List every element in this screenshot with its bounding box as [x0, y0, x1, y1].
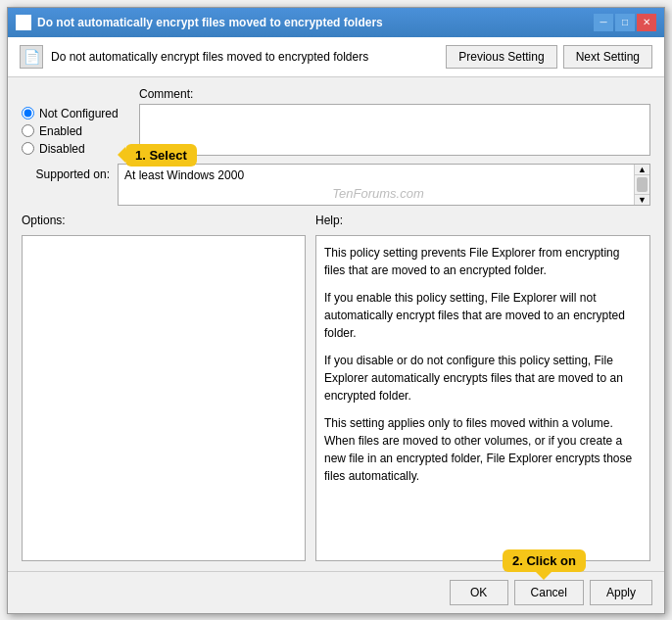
options-panel	[22, 235, 306, 561]
comment-textarea[interactable]	[139, 104, 650, 156]
supported-label: Supported on:	[22, 164, 110, 181]
help-text-p4: This setting applies only to files moved…	[324, 414, 642, 485]
radio-group: Not Configured Enabled Disabled	[22, 87, 129, 156]
previous-setting-button[interactable]: Previous Setting	[446, 45, 556, 69]
radio-disabled-label: Disabled	[39, 142, 85, 156]
bottom-panels: This policy setting prevents File Explor…	[22, 235, 650, 561]
watermark: TenForums.com	[124, 186, 632, 201]
title-bar-text: Do not automatically encrypt files moved…	[37, 16, 383, 29]
dialog-header: 📄 Do not automatically encrypt files mov…	[8, 37, 664, 77]
title-icon: 🗒	[16, 15, 31, 30]
dialog-header-text: Do not automatically encrypt files moved…	[51, 50, 368, 64]
scroll-up-arrow[interactable]: ▲	[635, 165, 649, 175]
options-label: Options:	[22, 214, 306, 227]
radio-enabled-label: Enabled	[39, 124, 82, 138]
dialog-footer: 2. Click on OK Cancel Apply	[8, 571, 664, 613]
comment-label: Comment:	[139, 87, 650, 101]
help-text-p1: This policy setting prevents File Explor…	[324, 244, 642, 279]
middle-labels: Options: Help:	[22, 214, 650, 227]
maximize-button[interactable]: □	[615, 14, 635, 31]
dialog-window: 🗒 Do not automatically encrypt files mov…	[7, 7, 665, 614]
ok-button[interactable]: OK	[450, 580, 508, 605]
scroll-thumb	[637, 177, 648, 192]
radio-not-configured-label: Not Configured	[39, 107, 119, 120]
dialog-body: 1. Select Not Configured Enabled Disable…	[8, 77, 664, 571]
help-label: Help:	[315, 214, 650, 227]
scroll-down-arrow[interactable]: ▼	[635, 194, 649, 205]
click-on-callout: 2. Click on	[503, 549, 586, 572]
title-bar-controls: ─ □ ✕	[594, 14, 656, 31]
close-button[interactable]: ✕	[637, 14, 656, 31]
help-panel: This policy setting prevents File Explor…	[315, 235, 650, 561]
next-setting-button[interactable]: Next Setting	[563, 45, 652, 69]
policy-icon: 📄	[20, 45, 43, 69]
supported-section: Supported on: At least Windows 2000 TenF…	[22, 164, 650, 206]
help-text-p2: If you enable this policy setting, File …	[324, 289, 642, 342]
radio-not-configured-input[interactable]	[22, 107, 34, 119]
radio-not-configured[interactable]: Not Configured	[22, 107, 129, 120]
comment-section: Comment:	[139, 87, 650, 156]
minimize-button[interactable]: ─	[594, 14, 613, 31]
radio-disabled-input[interactable]	[22, 142, 34, 155]
title-bar: 🗒 Do not automatically encrypt files mov…	[8, 8, 664, 37]
help-text-p3: If you disable or do not configure this …	[324, 352, 642, 405]
apply-button[interactable]: Apply	[590, 580, 652, 605]
title-bar-left: 🗒 Do not automatically encrypt files mov…	[16, 15, 383, 30]
supported-value: At least Windows 2000	[124, 168, 244, 182]
top-section: Not Configured Enabled Disabled Comment:	[22, 87, 650, 156]
radio-enabled-input[interactable]	[22, 124, 34, 137]
header-buttons: Previous Setting Next Setting	[446, 45, 652, 69]
dialog-header-title: 📄 Do not automatically encrypt files mov…	[20, 45, 446, 69]
select-callout: 1. Select	[125, 144, 197, 167]
supported-scrollbar: ▲ ▼	[634, 165, 649, 205]
radio-enabled[interactable]: Enabled	[22, 124, 129, 138]
supported-value-box: At least Windows 2000 TenForums.com ▲ ▼	[118, 164, 650, 206]
